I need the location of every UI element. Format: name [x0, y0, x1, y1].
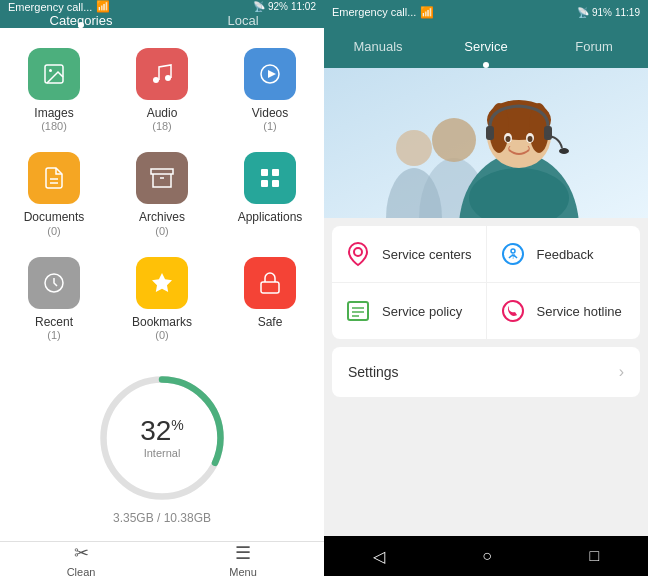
- storage-percent: 32%: [140, 417, 184, 445]
- storage-section: 32% Internal 3.35GB / 10.38GB: [0, 357, 324, 541]
- grid-item-audio[interactable]: Audio (18): [108, 36, 216, 140]
- wifi-icon-right: 📡: [577, 7, 589, 18]
- svg-marker-15: [152, 273, 172, 292]
- clean-button[interactable]: ✂ Clean: [0, 542, 162, 576]
- service-cards: Service centers ? Feedback: [332, 226, 640, 339]
- svg-rect-41: [348, 302, 368, 320]
- documents-count: (0): [47, 225, 60, 237]
- grid-item-documents[interactable]: Documents (0): [0, 140, 108, 244]
- wifi-icon: 📡: [253, 1, 265, 12]
- back-button-right[interactable]: ◁: [373, 547, 385, 566]
- tab-categories[interactable]: Categories: [0, 13, 162, 28]
- menu-icon: ☰: [235, 542, 251, 564]
- recent-count: (1): [47, 329, 60, 341]
- service-row-2: Service policy Service hotline: [332, 283, 640, 339]
- settings-row[interactable]: Settings ›: [332, 347, 640, 397]
- grid-item-safe[interactable]: Safe: [216, 245, 324, 349]
- svg-rect-33: [486, 126, 494, 140]
- svg-rect-16: [261, 282, 279, 293]
- svg-rect-34: [544, 126, 552, 140]
- signal-icon-right: 📶: [420, 6, 434, 19]
- documents-icon: [28, 152, 80, 204]
- time-right: 11:19: [615, 7, 640, 18]
- videos-count: (1): [263, 120, 276, 132]
- grid-item-applications[interactable]: Applications: [216, 140, 324, 244]
- grid-item-images[interactable]: Images (180): [0, 36, 108, 140]
- service-centers-label: Service centers: [382, 247, 472, 262]
- grid-item-bookmarks[interactable]: Bookmarks (0): [108, 245, 216, 349]
- audio-label: Audio: [147, 106, 178, 120]
- images-count: (180): [41, 120, 67, 132]
- storage-info: 3.35GB / 10.38GB: [113, 511, 211, 525]
- svg-point-31: [506, 136, 511, 142]
- status-bar-left: Emergency call... 📶 📡 92% 11:02: [0, 0, 324, 13]
- archives-label: Archives: [139, 210, 185, 224]
- safe-icon: [244, 257, 296, 309]
- recent-icon: [28, 257, 80, 309]
- service-policy-card[interactable]: Service policy: [332, 283, 487, 339]
- system-nav-right: ◁ ○ □: [324, 536, 648, 576]
- battery-right: 91%: [592, 7, 612, 18]
- status-bar-right: Emergency call... 📶 📡 91% 11:19: [324, 0, 648, 24]
- bookmarks-label: Bookmarks: [132, 315, 192, 329]
- svg-point-1: [49, 69, 52, 72]
- service-policy-label: Service policy: [382, 304, 462, 319]
- grid-item-videos[interactable]: Videos (1): [216, 36, 324, 140]
- tab-manuals[interactable]: Manuals: [324, 24, 432, 68]
- svg-point-3: [165, 75, 171, 81]
- svg-rect-10: [261, 169, 268, 176]
- service-hotline-card[interactable]: Service hotline: [487, 283, 641, 339]
- storage-circle: 32% Internal: [97, 373, 227, 503]
- tab-bar-left: Categories Local: [0, 13, 324, 28]
- bookmarks-count: (0): [155, 329, 168, 341]
- applications-label: Applications: [238, 210, 303, 224]
- service-hotline-label: Service hotline: [537, 304, 622, 319]
- svg-rect-12: [261, 180, 268, 187]
- svg-point-2: [153, 77, 159, 83]
- svg-rect-8: [151, 169, 173, 174]
- applications-icon: [244, 152, 296, 204]
- menu-label: Menu: [229, 566, 257, 576]
- grid-item-archives[interactable]: Archives (0): [108, 140, 216, 244]
- app-name-right: Emergency call...: [332, 6, 416, 18]
- tab-bar-right: Manuals Service Forum: [324, 24, 648, 68]
- svg-rect-13: [272, 180, 279, 187]
- recent-label: Recent: [35, 315, 73, 329]
- service-hotline-icon: [499, 297, 527, 325]
- recent-button-right[interactable]: □: [590, 547, 600, 565]
- svg-point-37: [354, 248, 362, 256]
- tab-local[interactable]: Local: [162, 13, 324, 28]
- signal-icon: 📶: [96, 0, 110, 13]
- service-centers-icon: [344, 240, 372, 268]
- audio-count: (18): [152, 120, 172, 132]
- svg-point-21: [432, 118, 476, 162]
- service-policy-icon: [344, 297, 372, 325]
- documents-label: Documents: [24, 210, 85, 224]
- right-spacer: [324, 397, 648, 536]
- svg-marker-5: [268, 70, 276, 78]
- archives-icon: [136, 152, 188, 204]
- app-name-left: Emergency call...: [8, 1, 92, 13]
- feedback-label: Feedback: [537, 247, 594, 262]
- time-left: 11:02: [291, 1, 316, 12]
- tab-forum[interactable]: Forum: [540, 24, 648, 68]
- archives-count: (0): [155, 225, 168, 237]
- file-grid: Images (180) Audio (18) Videos (1): [0, 28, 324, 357]
- images-icon: [28, 48, 80, 100]
- home-button-right[interactable]: ○: [482, 547, 492, 565]
- videos-label: Videos: [252, 106, 288, 120]
- menu-button[interactable]: ☰ Menu: [162, 542, 324, 576]
- videos-icon: [244, 48, 296, 100]
- bookmarks-icon: [136, 257, 188, 309]
- audio-icon: [136, 48, 188, 100]
- settings-chevron-icon: ›: [619, 363, 624, 381]
- feedback-card[interactable]: ? Feedback: [487, 226, 641, 282]
- images-label: Images: [34, 106, 73, 120]
- service-row-1: Service centers ? Feedback: [332, 226, 640, 283]
- svg-point-32: [528, 136, 533, 142]
- battery-left: 92%: [268, 1, 288, 12]
- clean-icon: ✂: [74, 542, 89, 564]
- tab-service[interactable]: Service: [432, 24, 540, 68]
- service-centers-card[interactable]: Service centers: [332, 226, 487, 282]
- grid-item-recent[interactable]: Recent (1): [0, 245, 108, 349]
